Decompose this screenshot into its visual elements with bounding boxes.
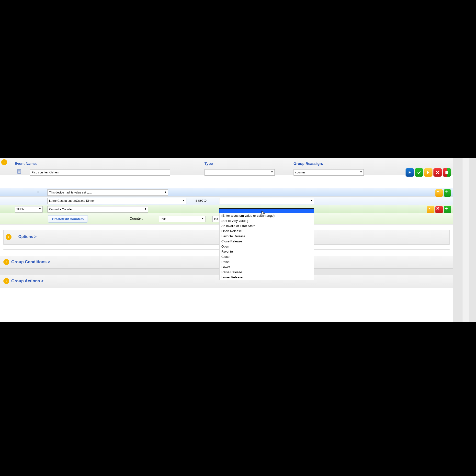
then-expand-button[interactable] xyxy=(427,206,434,213)
type-label: Type xyxy=(204,161,213,166)
note-icon[interactable] xyxy=(17,169,22,175)
spacer xyxy=(0,175,453,188)
dropdown-option[interactable]: Open xyxy=(220,244,314,249)
counter-label: Counter: xyxy=(130,217,143,221)
scroll-gutter xyxy=(453,158,476,322)
then-keyword-select[interactable]: THEN xyxy=(15,206,43,213)
dropdown-option[interactable]: Lower Release xyxy=(220,275,314,280)
then-action-select[interactable]: Control a Counter xyxy=(48,206,148,213)
confirm-button[interactable] xyxy=(415,168,423,177)
event-name-label: Event Name: xyxy=(15,161,37,166)
copy-split-button[interactable] xyxy=(443,168,451,177)
dropdown-option[interactable]: Raise Release xyxy=(220,270,314,275)
counter-select[interactable]: Pico xyxy=(159,216,205,222)
if-row: IF This device had its value set to... xyxy=(0,188,453,197)
svg-rect-4 xyxy=(445,171,447,174)
if-condition-select[interactable]: This device had its value set to... xyxy=(48,189,168,196)
create-edit-counters-button[interactable]: Create/Edit Counters xyxy=(48,215,88,222)
options-expand-icon[interactable] xyxy=(6,234,12,240)
device-row: LutronCaseta LutronCaseta Dinner is set … xyxy=(0,197,453,205)
delete-button[interactable] xyxy=(433,168,442,177)
collapse-icon[interactable] xyxy=(1,159,7,165)
type-select[interactable] xyxy=(204,169,275,176)
group-reassign-label: Group Reassign: xyxy=(293,161,323,166)
group-actions-expand-icon[interactable] xyxy=(3,278,9,284)
dropdown-option[interactable]: (Set to 'Any Value') xyxy=(220,218,314,223)
if-keyword: IF xyxy=(37,190,40,194)
dropdown-option[interactable]: An Invalid or Error State xyxy=(220,223,314,228)
value-select[interactable] xyxy=(219,198,314,204)
play-button[interactable] xyxy=(424,168,432,177)
options-link[interactable]: Options > xyxy=(18,235,36,239)
group-actions-link[interactable]: Group Actions > xyxy=(11,279,44,284)
dropdown-option[interactable]: Raise xyxy=(220,259,314,264)
group-select[interactable]: counter xyxy=(293,169,364,176)
svg-rect-5 xyxy=(447,171,448,174)
scrollbar[interactable] xyxy=(462,158,469,322)
dropdown-option[interactable]: Close Release xyxy=(220,239,314,244)
dropdown-option[interactable]: Lower xyxy=(220,264,314,270)
run-button[interactable] xyxy=(406,168,414,177)
dropdown-option[interactable]: (Enter a custom value or value range) xyxy=(220,213,314,218)
group-conditions-expand-icon[interactable] xyxy=(3,259,9,265)
if-add-button[interactable] xyxy=(444,189,451,197)
dropdown-option[interactable]: Open Release xyxy=(220,228,314,234)
event-header: Event Name: Type Group Reassign: counter xyxy=(0,158,453,175)
value-dropdown-list[interactable]: (Enter a custom value or value range)(Se… xyxy=(219,208,314,280)
dropdown-option[interactable]: Favorite xyxy=(220,249,314,254)
is-set-to-text: is set to xyxy=(195,198,206,202)
dropdown-option[interactable] xyxy=(220,209,314,213)
if-expand-button[interactable] xyxy=(435,189,443,197)
dropdown-option[interactable]: Close xyxy=(220,254,314,259)
then-delete-button[interactable] xyxy=(435,206,443,213)
event-name-input[interactable] xyxy=(30,169,170,176)
device-select[interactable]: LutronCaseta LutronCaseta Dinner xyxy=(48,198,187,204)
dropdown-option[interactable]: Favorite Release xyxy=(220,234,314,239)
group-conditions-link[interactable]: Group Conditions > xyxy=(11,259,50,264)
then-add-button[interactable] xyxy=(444,206,451,213)
header-toolbar xyxy=(406,168,451,177)
